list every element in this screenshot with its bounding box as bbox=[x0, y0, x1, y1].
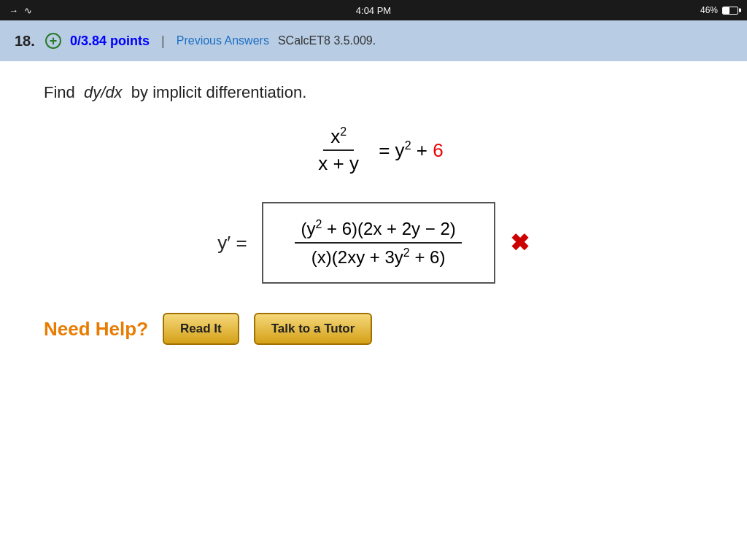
equation-constant: 6 bbox=[433, 139, 443, 162]
problem-statement: Find dy/dx by implicit differentiation. bbox=[44, 83, 703, 102]
wrong-mark-icon: ✖ bbox=[510, 229, 530, 257]
derivative-notation: dy/dx bbox=[84, 83, 123, 101]
status-bar: → ∿ 4:04 PM 46% bbox=[0, 0, 747, 20]
status-time: 4:04 PM bbox=[356, 5, 391, 16]
help-section: Need Help? Read It Talk to a Tutor bbox=[44, 313, 703, 345]
previous-answers-link[interactable]: Previous Answers bbox=[177, 34, 269, 47]
statement-suffix: by implicit differentiation. bbox=[131, 83, 307, 101]
status-right: 46% bbox=[700, 5, 738, 15]
equation-fraction: x2 x + y bbox=[311, 124, 366, 176]
exponent-2: 2 bbox=[340, 125, 347, 138]
status-left: → ∿ bbox=[9, 5, 32, 16]
battery-percent: 46% bbox=[700, 5, 718, 15]
answer-section: y′ = (y2 + 6)(2x + 2y − 2) (x)(2xy + 3y2… bbox=[44, 202, 703, 284]
wifi-icon: ∿ bbox=[24, 5, 32, 16]
equation-denominator: x + y bbox=[311, 151, 366, 176]
answer-denominator: (x)(2xy + 3y2 + 6) bbox=[306, 244, 452, 271]
equation-numerator: x2 bbox=[323, 124, 354, 151]
question-number: 18. bbox=[15, 33, 36, 50]
add-icon[interactable]: + bbox=[45, 33, 61, 49]
answer-fraction: (y2 + 6)(2x + 2y − 2) (x)(2xy + 3y2 + 6) bbox=[295, 215, 461, 271]
statement-prefix: Find bbox=[44, 83, 75, 101]
battery-icon bbox=[722, 7, 738, 15]
read-it-button[interactable]: Read It bbox=[163, 313, 239, 345]
arrow-icon: → bbox=[9, 5, 18, 16]
talk-to-tutor-button[interactable]: Talk to a Tutor bbox=[254, 313, 373, 345]
equation-display: x2 x + y = y2 + 6 bbox=[44, 124, 703, 176]
header-bar: 18. + 0/3.84 points | Previous Answers S… bbox=[0, 20, 747, 61]
divider: | bbox=[161, 34, 165, 49]
textbook-reference: SCalcET8 3.5.009. bbox=[278, 34, 376, 47]
points-display: 0/3.84 points bbox=[70, 34, 150, 49]
main-content: Find dy/dx by implicit differentiation. … bbox=[0, 61, 747, 367]
answer-box: (y2 + 6)(2x + 2y − 2) (x)(2xy + 3y2 + 6) bbox=[262, 202, 495, 284]
equation-equals: = y2 + bbox=[374, 139, 433, 162]
answer-numerator: (y2 + 6)(2x + 2y − 2) bbox=[295, 215, 461, 244]
need-help-label: Need Help? bbox=[44, 318, 148, 341]
y-prime-label: y′ = bbox=[217, 232, 247, 254]
